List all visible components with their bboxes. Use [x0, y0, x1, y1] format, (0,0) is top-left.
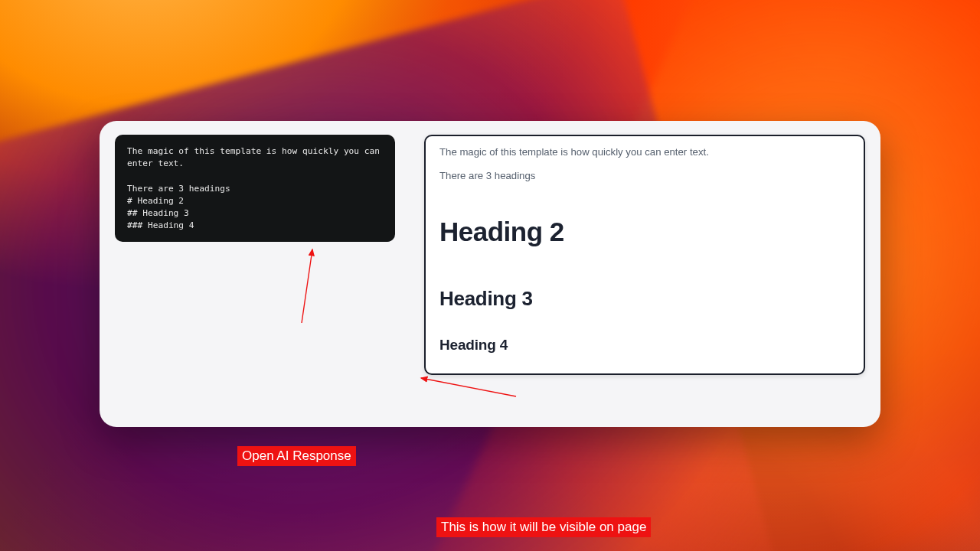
annotation-arrow-right — [416, 375, 524, 399]
rendered-preview-pane[interactable]: The magic of this template is how quickl… — [424, 135, 865, 375]
preview-subtext: There are 3 headings — [439, 170, 850, 181]
demo-card: The magic of this template is how quickl… — [100, 121, 880, 427]
preview-heading-4: Heading 4 — [439, 337, 850, 354]
preview-intro-text: The magic of this template is how quickl… — [439, 145, 850, 159]
annotation-left: Open AI Response — [237, 446, 356, 466]
svg-line-1 — [421, 378, 516, 396]
annotation-right: This is how it will be visible on page — [436, 517, 651, 537]
preview-heading-3: Heading 3 — [439, 287, 850, 311]
preview-heading-2: Heading 2 — [439, 217, 850, 247]
panels-row: The magic of this template is how quickl… — [115, 135, 865, 375]
raw-response-pane[interactable]: The magic of this template is how quickl… — [115, 135, 395, 242]
